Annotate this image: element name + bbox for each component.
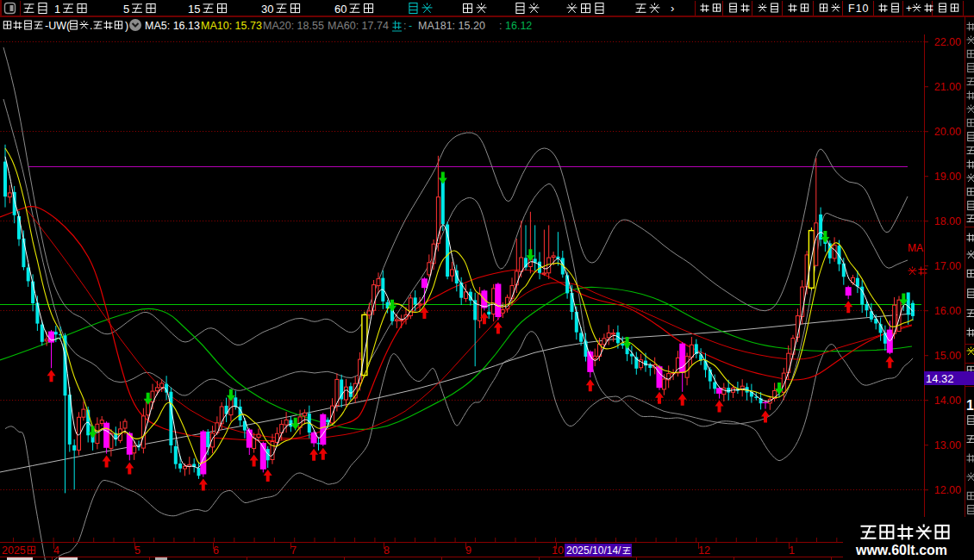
svg-text:F10: F10 (848, 3, 870, 15)
svg-text:7: 7 (290, 544, 297, 557)
svg-text::: : (499, 20, 502, 32)
svg-text:12: 12 (698, 544, 710, 557)
svg-text:2025: 2025 (2, 544, 26, 557)
svg-text:12.00: 12.00 (934, 484, 961, 496)
svg-text:19.00: 19.00 (934, 171, 961, 183)
svg-text:www.60lt.com: www.60lt.com (855, 543, 947, 557)
svg-text:5: 5 (134, 544, 140, 557)
svg-text:6: 6 (213, 544, 219, 557)
svg-text:1: 1 (966, 398, 974, 413)
svg-text:.: . (90, 20, 92, 32)
svg-text:MA10: 15.73: MA10: 15.73 (201, 20, 262, 32)
svg-text:15.00: 15.00 (934, 350, 961, 362)
svg-text:MA181: 15.20: MA181: 15.20 (418, 20, 485, 32)
svg-text:14.32: 14.32 (926, 372, 954, 385)
svg-text:MA60: 17.74: MA60: 17.74 (328, 20, 389, 32)
svg-text:18.00: 18.00 (934, 215, 961, 227)
svg-text:): ) (125, 20, 128, 32)
svg-text:MA20: 18.55: MA20: 18.55 (263, 20, 324, 32)
svg-text:8: 8 (384, 544, 390, 557)
svg-text:13.00: 13.00 (934, 439, 961, 451)
svg-text:21.00: 21.00 (934, 81, 961, 93)
svg-text:22.00: 22.00 (934, 36, 961, 48)
svg-text:+: + (906, 3, 912, 15)
svg-text:4: 4 (53, 544, 59, 557)
svg-text:-UW(: -UW( (45, 20, 71, 32)
svg-text:›: › (671, 2, 674, 15)
svg-text:-: - (409, 20, 412, 32)
svg-text:17.00: 17.00 (934, 260, 961, 272)
svg-text:MA: MA (908, 242, 923, 254)
svg-text:5: 5 (123, 3, 129, 16)
svg-text:9: 9 (465, 544, 471, 557)
svg-text:60: 60 (334, 3, 347, 16)
svg-text:14.00: 14.00 (934, 395, 961, 407)
svg-text:MA5: 16.13: MA5: 16.13 (145, 20, 200, 32)
svg-text:10: 10 (552, 544, 564, 557)
svg-text:2025/10/14/: 2025/10/14/ (566, 544, 621, 557)
svg-text:16.00: 16.00 (934, 305, 961, 317)
svg-text:30: 30 (261, 3, 273, 16)
svg-text:15: 15 (188, 3, 200, 16)
svg-text:16.12: 16.12 (505, 20, 532, 32)
svg-text:1: 1 (54, 3, 60, 16)
svg-text:20.00: 20.00 (934, 126, 961, 138)
svg-text:1: 1 (789, 544, 795, 557)
svg-text::: : (403, 20, 406, 32)
